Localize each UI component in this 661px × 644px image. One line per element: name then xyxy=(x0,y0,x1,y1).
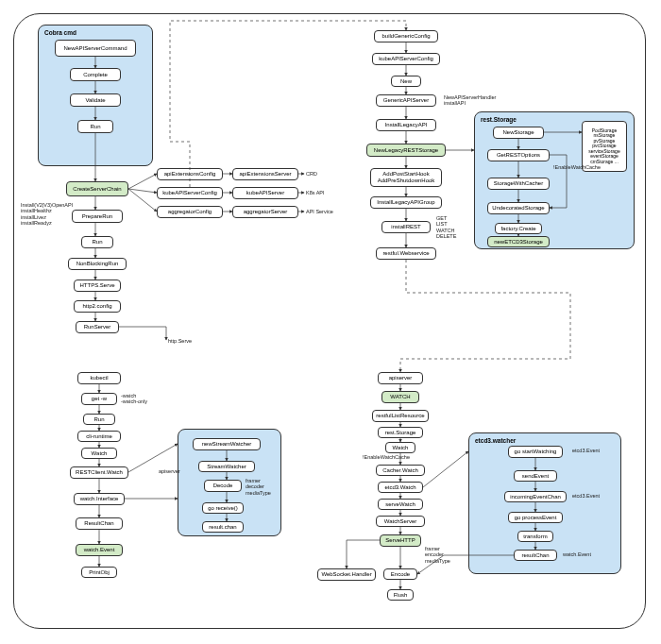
label-enable-watch-cache1: !EnableWatchCache xyxy=(553,164,601,170)
node-new-api-server-command: NewAPIServerCommand xyxy=(55,40,136,57)
label-enable-watch-cache2: !EnableWatchCache xyxy=(363,454,410,460)
node-etcd3-watch: etcd3.Watch xyxy=(378,482,423,493)
node-build-generic: buildGenericConfig xyxy=(374,30,438,42)
node-flush: Flush xyxy=(387,589,414,601)
node-watch-srv: Watch xyxy=(385,442,415,453)
node-undecorated-storage: UndecoratedStorage xyxy=(487,202,550,214)
node-run2: Run xyxy=(81,236,113,248)
node-new-storage: NewStorage xyxy=(493,127,544,139)
node-apiserver-bottom: apiserver xyxy=(378,372,423,384)
node-run1: Run xyxy=(77,120,113,133)
node-complete: Complete xyxy=(70,68,121,81)
node-go-receive: go receive() xyxy=(202,502,244,514)
node-print-obj: PrintObj xyxy=(81,567,117,578)
node-new-etcd3-storage: newETCD3Storage xyxy=(487,236,550,247)
node-run3: Run xyxy=(83,414,115,425)
node-api-ext-config: apiExtensionsConfig xyxy=(157,168,223,180)
label-framer: framer decoder mediaType xyxy=(246,478,271,496)
node-get-w: get -w xyxy=(81,393,117,405)
node-stream-watcher: StreamWatcher xyxy=(198,461,255,472)
node-go-process-event: go processEvent xyxy=(508,512,563,523)
node-api-ext-server: apiExtensionsServer xyxy=(232,168,298,180)
node-encode: Encode xyxy=(383,568,417,580)
node-agg-config: aggregatorConfig xyxy=(157,206,223,218)
node-go-start-watching: go startWatching xyxy=(508,446,563,458)
node-restful-ws: restful.Webservice xyxy=(376,247,436,260)
node-new-generic: New xyxy=(391,76,421,87)
node-watch-interface: watch.Interface xyxy=(74,493,125,505)
label-api-service: API Service xyxy=(306,209,333,214)
group-cobra-title: Cobra cmd xyxy=(44,29,76,36)
label-verbs: GET LIST WATCH DELETE xyxy=(436,215,456,239)
node-kube-api-server-config: kubeAPIServerConfig xyxy=(372,53,440,65)
group-rest-storage-title: rest.Storage xyxy=(481,116,517,123)
node-factory-create: factory.Create xyxy=(495,223,542,234)
node-result-chan-etcd: resultChan xyxy=(514,550,557,561)
node-storage-with-cacher: StorageWithCacher xyxy=(487,178,550,190)
node-restful-list: restfulListResource xyxy=(372,410,429,422)
label-watch-only: -watch -watch-only xyxy=(121,393,147,405)
node-validate: Validate xyxy=(70,93,121,107)
node-kube-server: kubeAPIServer xyxy=(232,187,298,199)
group-etcd-watcher-title: etcd3.watcher xyxy=(475,437,516,444)
node-cli-runtime: cli-runtime xyxy=(77,431,121,442)
node-websocket-handler: WebSocket.Handler xyxy=(317,568,376,581)
node-agg-server: aggregatorServer xyxy=(232,206,298,218)
node-generic-api-server: GenericAPIServer xyxy=(376,94,436,107)
node-serve-watch: serveWatch xyxy=(378,499,423,510)
node-install-rest: installREST xyxy=(381,221,431,233)
node-get-rest-options: GetRESTOptions xyxy=(487,149,550,161)
label-framer-encoder: framer encoder mediaType xyxy=(425,546,450,564)
node-watch-cli: Watch xyxy=(81,448,117,459)
node-run-server: RunServer xyxy=(76,321,119,333)
node-kube-config: kubeAPIServerConfig xyxy=(157,187,223,199)
node-add-post-start: AddPostStartHook AddPreShutdownHook xyxy=(370,168,442,187)
node-non-blocking-run: NonBlockingRun xyxy=(68,258,127,270)
node-rest-client-watch: RESTClient.Watch xyxy=(70,466,128,479)
label-http-serve: http.Serve xyxy=(168,338,192,344)
node-incoming-event-chan: incomingEventChan xyxy=(504,491,567,502)
label-watch-event: watch.Event xyxy=(563,551,591,557)
node-create-server-chain: CreateServerChain xyxy=(66,181,128,196)
node-new-legacy-rest: NewLegacyRESTStorage xyxy=(366,144,446,157)
label-apiserver: apiserver xyxy=(159,468,180,474)
node-result-chan-stream: result.chan xyxy=(202,521,244,533)
node-transform: transform xyxy=(517,531,553,542)
node-install-legacy-group: InstallLegacyAPIGroup xyxy=(370,196,442,209)
node-cacher-watch: Cacher.Watch xyxy=(376,465,425,476)
node-http2-config: http2.config xyxy=(74,300,121,313)
label-crd: CRD xyxy=(306,171,317,177)
label-new-api-server-handler: NewAPIServerHandler installAPI xyxy=(444,94,496,107)
node-new-stream-watcher: newStreamWatcher xyxy=(193,438,261,450)
node-prepare-run: PrepareRun xyxy=(72,210,123,223)
node-kubectl: kubectl xyxy=(77,372,121,384)
node-watch-api: WATCH xyxy=(381,391,419,403)
node-watch-server: WatchServer xyxy=(376,516,425,527)
node-send-event: sendEvent xyxy=(514,470,557,482)
node-decode: Decode xyxy=(204,480,242,492)
label-etcd3-event2: etcd3.Event xyxy=(572,448,600,453)
label-install-openapi: Install(V2|V3)OpenAPI installHealthz ins… xyxy=(21,202,73,226)
node-https-serve: HTTPS.Serve xyxy=(74,280,121,292)
node-install-legacy-api: InstallLegacyAPI xyxy=(376,119,436,131)
label-k8s-api: K8s API xyxy=(306,190,325,195)
node-serve-http: ServeHTTP xyxy=(380,534,421,547)
label-etcd3-event: etcd3.Event xyxy=(572,493,600,499)
node-result-chan-cli: ResultChan xyxy=(76,517,123,530)
node-rest-storage: rest.Storage xyxy=(378,427,423,438)
node-watch-event-cli: watch.Event xyxy=(76,544,123,556)
